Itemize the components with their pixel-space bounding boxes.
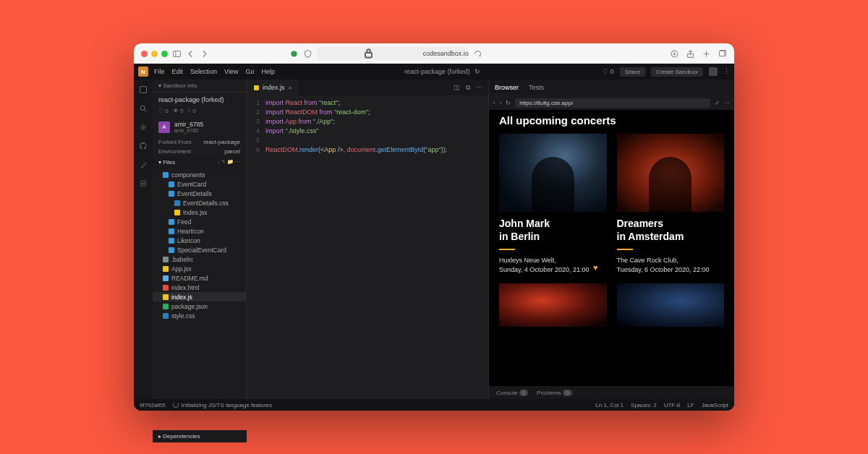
open-external-icon[interactable]: ⤢ xyxy=(715,100,720,106)
tab-problems[interactable]: Problems 0 xyxy=(537,390,571,396)
status-commit[interactable]: 9f792af65 xyxy=(140,402,166,408)
new-tab-icon[interactable] xyxy=(702,49,711,59)
share-button[interactable]: Share xyxy=(620,67,645,77)
app-logo[interactable]: N xyxy=(138,67,148,77)
tab-browser[interactable]: Browser xyxy=(495,84,519,91)
preview-url[interactable]: https://8ultg.csb.app/ xyxy=(515,98,710,108)
sidebar-user[interactable]: A amir_6785 amir_6785 xyxy=(153,116,246,137)
menu-help[interactable]: Help xyxy=(261,68,275,75)
code-editor[interactable]: 123456 import React from "react"; import… xyxy=(247,95,488,399)
tab-console[interactable]: Console 0 xyxy=(496,390,528,396)
nav-reload-icon[interactable]: ↻ xyxy=(506,100,511,106)
line-gutter: 123456 xyxy=(247,98,265,396)
files-actions[interactable]: ↓ ✎ 📁 ⋯ xyxy=(218,159,240,166)
close-tab-icon[interactable]: × xyxy=(289,85,292,91)
concert-image[interactable] xyxy=(499,283,607,327)
refresh-icon[interactable]: ↻ xyxy=(475,68,480,75)
create-sandbox-button[interactable]: Create Sandbox xyxy=(651,67,703,77)
sidebar-toggle-icon[interactable] xyxy=(172,49,182,59)
diff-editor-icon[interactable]: ⧉ xyxy=(466,84,470,92)
menu-view[interactable]: View xyxy=(224,68,238,75)
tree-file[interactable]: Index.jsx xyxy=(153,207,246,217)
sidebar-section-header[interactable]: ▾ Sandbox Info xyxy=(153,80,246,93)
tree-file[interactable]: package.json xyxy=(153,301,246,311)
editor-tabs: index.js × ◫ ⧉ ⋯ xyxy=(247,80,488,95)
status-spaces[interactable]: Spaces: 2 xyxy=(631,402,657,408)
split-editor-icon[interactable]: ◫ xyxy=(454,84,460,92)
nav-forward-icon[interactable]: › xyxy=(500,100,502,106)
reload-icon[interactable] xyxy=(473,49,482,59)
status-eol[interactable]: LF xyxy=(687,402,694,408)
concert-image[interactable] xyxy=(617,283,725,327)
tree-folder[interactable]: components xyxy=(153,170,246,179)
sidebar: ▾ Sandbox Info react-package (forked) ♡ … xyxy=(153,80,247,399)
menu-file[interactable]: File xyxy=(154,68,165,75)
minimize-window-icon[interactable] xyxy=(151,51,158,57)
tree-file[interactable]: EventDetails.css xyxy=(153,198,246,207)
forked-from-row[interactable]: Forked Fromreact-package xyxy=(153,137,246,147)
forward-icon[interactable] xyxy=(200,49,209,59)
tree-folder[interactable]: Feed xyxy=(153,217,246,226)
download-icon[interactable] xyxy=(670,49,679,59)
svg-point-12 xyxy=(142,127,145,129)
tab-tests[interactable]: Tests xyxy=(529,84,544,91)
avatar-icon[interactable] xyxy=(709,67,718,76)
editor-more-icon[interactable]: ⋯ xyxy=(476,84,482,92)
close-window-icon[interactable] xyxy=(141,51,148,57)
url-bar[interactable]: codesandbox.io xyxy=(317,47,469,60)
code-content[interactable]: import React from "react"; import ReactD… xyxy=(265,98,488,396)
status-encoding[interactable]: UTF-8 xyxy=(664,402,681,408)
heart-icon[interactable]: ♥ xyxy=(593,263,598,272)
avatar: A xyxy=(158,121,170,133)
status-language[interactable]: JavaScript xyxy=(702,402,728,408)
more-icon[interactable]: ⋮ xyxy=(723,68,730,75)
search-icon[interactable] xyxy=(139,103,148,111)
tree-file[interactable]: .babelrc xyxy=(153,254,246,264)
tree-file-active[interactable]: index.js xyxy=(153,292,246,301)
preview-urlbar: ‹ › ↻ https://8ultg.csb.app/ ⤢ ⋯ xyxy=(489,95,734,110)
shield-icon[interactable] xyxy=(303,49,312,59)
github-icon[interactable] xyxy=(139,140,148,149)
zoom-window-icon[interactable] xyxy=(161,51,168,57)
explorer-icon[interactable] xyxy=(139,84,148,93)
tree-file[interactable]: README.md xyxy=(153,273,246,283)
page-title: All upcoming concerts xyxy=(499,114,724,127)
editor-pane: index.js × ◫ ⧉ ⋯ 123456 import React fro… xyxy=(247,80,488,399)
tree-folder[interactable]: EventDetails xyxy=(153,189,246,198)
extension-icon[interactable] xyxy=(289,49,299,59)
nav-back-icon[interactable]: ‹ xyxy=(493,100,495,106)
menu-edit[interactable]: Edit xyxy=(172,68,184,75)
gear-icon[interactable] xyxy=(139,121,148,130)
preview-more-icon[interactable]: ⋯ xyxy=(724,100,730,106)
tree-folder[interactable]: LikeIcon xyxy=(153,236,246,245)
likes-count[interactable]: ♡ 0 xyxy=(603,68,614,75)
menu-go[interactable]: Go xyxy=(245,68,254,75)
preview-content[interactable]: All upcoming concerts John Markin Berlin… xyxy=(489,110,734,386)
svg-rect-9 xyxy=(140,87,147,93)
server-icon[interactable] xyxy=(139,178,148,187)
url-text: codesandbox.io xyxy=(423,50,469,57)
svg-rect-14 xyxy=(140,184,146,187)
tree-folder[interactable]: HeartIcon xyxy=(153,226,246,236)
tree-file[interactable]: App.jsx xyxy=(153,264,246,273)
menu-selection[interactable]: Selection xyxy=(190,68,217,75)
share-icon[interactable] xyxy=(686,49,695,59)
files-header[interactable]: ▾ Files ↓ ✎ 📁 ⋯ xyxy=(153,156,246,168)
tree-folder[interactable]: SpecialEventCard xyxy=(153,245,246,254)
tab-indexjs[interactable]: index.js × xyxy=(247,80,299,95)
browser-chrome: codesandbox.io xyxy=(134,43,734,64)
header-title: react-package (forked) xyxy=(404,68,470,75)
tree-folder[interactable]: EventCard xyxy=(153,179,246,189)
concert-card[interactable]: Dreamersin Amsterdam The Cave Rock Club,… xyxy=(617,134,725,275)
concert-card[interactable]: John Markin Berlin Huxleys Neue Welt,Sun… xyxy=(499,134,607,275)
back-icon[interactable] xyxy=(186,49,195,59)
tree-file[interactable]: style.css xyxy=(153,311,246,320)
lock-icon xyxy=(317,47,420,60)
tree-file[interactable]: index.html xyxy=(153,283,246,292)
concert-image xyxy=(499,134,607,212)
svg-line-11 xyxy=(145,110,147,112)
rocket-icon[interactable] xyxy=(139,159,148,168)
workspace: ▾ Sandbox Info react-package (forked) ♡ … xyxy=(134,80,734,399)
status-cursor[interactable]: Ln 1, Col 1 xyxy=(595,402,624,408)
tabs-overview-icon[interactable] xyxy=(718,49,727,59)
